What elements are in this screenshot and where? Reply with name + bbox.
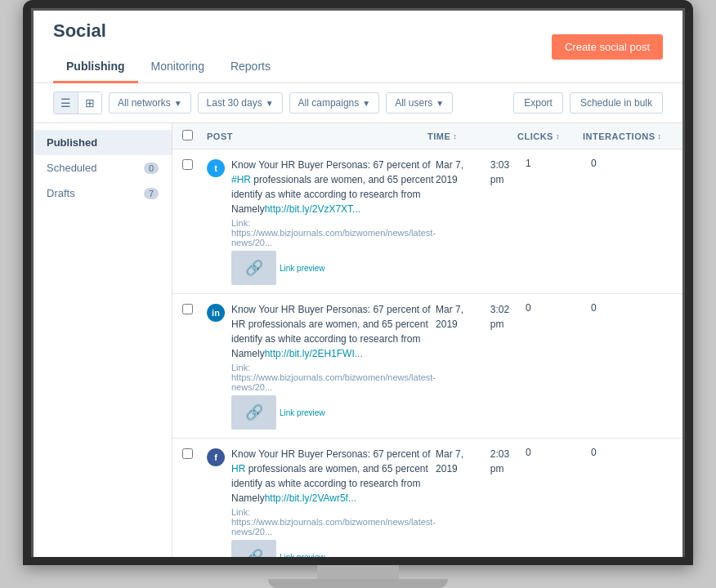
table-row: t Know Your HR Buyer Personas: 67 percen… [172, 149, 682, 294]
monitor-stand-neck [317, 565, 399, 579]
list-view-button[interactable]: ☰ [54, 92, 78, 114]
create-social-post-button[interactable]: Create social post [552, 34, 663, 60]
tab-bar: Publishing Monitoring Reports [53, 51, 284, 82]
sidebar-item-drafts[interactable]: Drafts 7 [34, 180, 172, 206]
clicks-column-header: CLICKS ↕ [517, 131, 583, 141]
link-preview-button[interactable]: Link preview [280, 408, 325, 417]
link-preview-image: 🔗 [231, 395, 276, 430]
date-filter[interactable]: Last 30 days ▼ [198, 92, 283, 114]
link-preview-image: 🔗 [231, 540, 276, 565]
select-all-checkbox[interactable] [182, 130, 193, 140]
table-header: POST TIME ↕ CLICKS ↕ INTERACTIONS [172, 123, 682, 149]
scheduled-badge: 0 [144, 163, 159, 174]
sidebar-item-published[interactable]: Published [34, 130, 172, 155]
chevron-down-icon: ▼ [266, 99, 274, 108]
twitter-icon: t [207, 159, 225, 177]
schedule-in-bulk-button[interactable]: Schedule in bulk [570, 92, 663, 114]
time-column-header: TIME ↕ [427, 131, 517, 141]
chevron-down-icon: ▼ [362, 99, 370, 108]
monitor-stand-base [268, 579, 448, 588]
row-checkbox[interactable] [182, 304, 193, 314]
linkedin-icon: in [207, 304, 225, 322]
link-preview-image: 🔗 [231, 251, 276, 285]
row-checkbox[interactable] [182, 159, 193, 170]
app-header: Social Publishing Monitoring Reports Cre… [34, 11, 682, 83]
main-content: POST TIME ↕ CLICKS ↕ INTERACTIONS [172, 123, 682, 565]
sidebar: Published Scheduled 0 Drafts 7 [34, 123, 172, 565]
app-title: Social [53, 20, 284, 51]
campaigns-filter[interactable]: All campaigns ▼ [289, 92, 380, 114]
network-filter[interactable]: All networks ▼ [109, 92, 191, 114]
select-all-check[interactable] [182, 130, 207, 142]
tab-reports[interactable]: Reports [217, 51, 284, 83]
calendar-view-button[interactable]: ⊞ [78, 92, 101, 114]
tab-monitoring[interactable]: Monitoring [138, 51, 217, 83]
interactions-column-header: INTERACTIONS ↕ [583, 131, 673, 141]
chevron-down-icon: ▼ [174, 99, 182, 108]
tab-publishing[interactable]: Publishing [53, 51, 138, 83]
export-button[interactable]: Export [513, 92, 563, 114]
table-row: in Know Your HR Buyer Personas: 67 perce… [172, 294, 682, 439]
drafts-badge: 7 [144, 188, 159, 199]
sort-icon[interactable]: ↕ [556, 132, 560, 140]
view-toggle: ☰ ⊞ [53, 91, 102, 114]
toolbar: ☰ ⊞ All networks ▼ Last 30 days ▼ All ca… [34, 83, 682, 123]
link-preview-button[interactable]: Link preview [280, 553, 325, 562]
post-column-header: POST [207, 131, 427, 141]
sidebar-item-scheduled[interactable]: Scheduled 0 [34, 155, 172, 180]
row-checkbox[interactable] [182, 448, 193, 459]
users-filter[interactable]: All users ▼ [386, 92, 453, 114]
sort-icon[interactable]: ↕ [658, 132, 662, 140]
link-preview-button[interactable]: Link preview [280, 264, 325, 273]
chevron-down-icon: ▼ [436, 99, 444, 108]
sort-icon[interactable]: ↕ [453, 132, 457, 140]
table-row: f Know Your HR Buyer Personas: 67 percen… [172, 439, 682, 565]
facebook-icon: f [207, 448, 225, 466]
content-area: Published Scheduled 0 Drafts 7 [34, 123, 682, 565]
